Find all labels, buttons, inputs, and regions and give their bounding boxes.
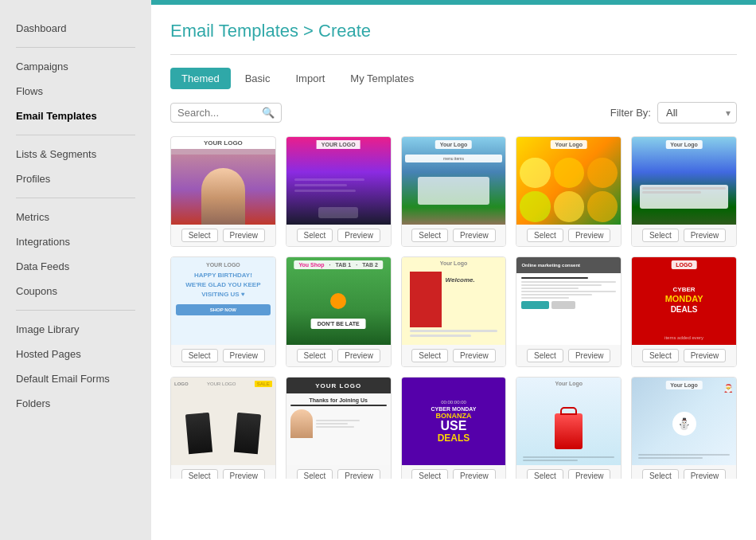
template-13-preview[interactable]: Preview	[453, 469, 496, 479]
sidebar-divider-3	[16, 198, 135, 198]
template-7-preview[interactable]: Preview	[337, 349, 380, 362]
template-card-10[interactable]: LOGO CYBER MONDAY DEALS items added ever…	[631, 256, 737, 367]
template-7-footer: Select Preview	[286, 345, 391, 366]
search-input[interactable]	[177, 107, 259, 119]
filter-select-wrapper: All Promotional Transactional Newsletter	[657, 102, 737, 123]
template-1-select[interactable]: Select	[181, 229, 218, 242]
filter-select[interactable]: All Promotional Transactional Newsletter	[657, 102, 737, 123]
sidebar-divider-1	[16, 47, 135, 48]
sidebar-item-folders[interactable]: Folders	[0, 391, 151, 416]
template-9-footer: Select Preview	[516, 345, 621, 366]
template-4-preview[interactable]: Preview	[568, 229, 611, 242]
template-4-select[interactable]: Select	[527, 229, 563, 242]
template-12-select[interactable]: Select	[297, 469, 333, 479]
template-6-footer: Select Preview	[171, 345, 275, 366]
sidebar-item-flows[interactable]: Flows	[0, 79, 151, 104]
template-8-footer: Select Preview	[402, 345, 506, 366]
template-grid: YOUR LOGO Select Preview YOUR LOGO	[170, 136, 737, 479]
template-card-12[interactable]: YOUR LOGO Thanks for Joining Us	[286, 377, 392, 479]
sidebar-item-dashboard[interactable]: Dashboard	[0, 16, 151, 41]
sidebar-item-default-email-forms[interactable]: Default Email Forms	[0, 366, 151, 391]
template-12-preview[interactable]: Preview	[337, 469, 380, 479]
template-3-select[interactable]: Select	[411, 229, 448, 242]
search-box[interactable]: 🔍	[170, 103, 282, 123]
sidebar: Dashboard Campaigns Flows Email Template…	[0, 0, 151, 540]
template-14-preview[interactable]: Preview	[568, 469, 611, 479]
tab-my-templates[interactable]: My Templates	[339, 68, 425, 89]
tab-themed[interactable]: Themed	[170, 68, 231, 89]
template-11-preview[interactable]: Preview	[223, 469, 266, 479]
template-14-select[interactable]: Select	[527, 469, 563, 479]
tab-basic[interactable]: Basic	[234, 68, 282, 89]
sidebar-item-coupons[interactable]: Coupons	[0, 279, 151, 303]
sidebar-item-hosted-pages[interactable]: Hosted Pages	[0, 342, 151, 366]
template-card-5[interactable]: Your Logo Select Preview	[631, 136, 737, 247]
template-1-footer: Select Preview	[171, 225, 275, 246]
template-5-preview[interactable]: Preview	[684, 229, 727, 242]
filter-label: Filter By:	[610, 107, 651, 119]
template-3-footer: Select Preview	[402, 225, 506, 246]
template-card-11[interactable]: LOGO YOUR LOGO SALE Select Preview	[170, 377, 276, 479]
template-6-preview[interactable]: Preview	[223, 349, 266, 362]
template-13-footer: Select Preview	[402, 465, 506, 479]
template-6-select[interactable]: Select	[181, 349, 218, 362]
template-card-3[interactable]: Your Logo menu items Select Preview	[401, 136, 507, 247]
template-card-8[interactable]: Your Logo Welcome. Select Preview	[401, 256, 507, 367]
sidebar-item-email-templates[interactable]: Email Templates	[0, 104, 151, 128]
template-10-preview[interactable]: Preview	[684, 349, 727, 362]
template-5-footer: Select Preview	[632, 225, 736, 246]
template-9-preview[interactable]: Preview	[568, 349, 611, 362]
page-title: Email Templates > Create	[170, 21, 737, 41]
template-card-2[interactable]: YOUR LOGO Select Preview	[286, 136, 392, 247]
template-10-select[interactable]: Select	[642, 349, 679, 362]
template-1-preview[interactable]: Preview	[223, 229, 266, 242]
template-7-select[interactable]: Select	[297, 349, 333, 362]
template-2-preview[interactable]: Preview	[337, 229, 380, 242]
tab-import[interactable]: Import	[285, 68, 337, 89]
template-card-9[interactable]: Online marketing consent	[516, 256, 622, 367]
tabs-row: Themed Basic Import My Templates	[170, 68, 737, 89]
template-4-footer: Select Preview	[516, 225, 621, 246]
template-9-select[interactable]: Select	[527, 349, 563, 362]
template-15-footer: Select Preview	[632, 465, 736, 479]
sidebar-divider-4	[16, 310, 135, 311]
template-card-15[interactable]: Your Logo ⛄ 🎅 Select Preview	[631, 377, 737, 479]
template-card-4[interactable]: Your Logo Select Preview	[516, 136, 622, 247]
title-divider	[170, 54, 737, 55]
sidebar-item-campaigns[interactable]: Campaigns	[0, 54, 151, 79]
template-13-select[interactable]: Select	[411, 469, 448, 479]
template-11-select[interactable]: Select	[181, 469, 218, 479]
sidebar-divider-2	[16, 135, 135, 135]
template-11-footer: Select Preview	[171, 465, 275, 479]
template-2-select[interactable]: Select	[297, 229, 333, 242]
sidebar-item-profiles[interactable]: Profiles	[0, 166, 151, 191]
main-content: Email Templates > Create Themed Basic Im…	[151, 0, 756, 540]
template-3-preview[interactable]: Preview	[453, 229, 496, 242]
template-15-select[interactable]: Select	[642, 469, 679, 479]
template-card-6[interactable]: YOUR LOGO HAPPY BIRTHDAY!WE'RE GLAD YOU …	[170, 256, 276, 367]
template-5-select[interactable]: Select	[642, 229, 679, 242]
sidebar-item-lists-segments[interactable]: Lists & Segments	[0, 142, 151, 166]
template-2-footer: Select Preview	[286, 225, 391, 246]
template-15-preview[interactable]: Preview	[684, 469, 727, 479]
template-card-7[interactable]: You Shop ·TAB 1·TAB 2 DON'T BE LATE Sele…	[286, 256, 392, 367]
template-12-footer: Select Preview	[286, 465, 391, 479]
sidebar-item-image-library[interactable]: Image Library	[0, 317, 151, 342]
search-icon: 🔍	[262, 107, 275, 119]
sidebar-item-data-feeds[interactable]: Data Feeds	[0, 254, 151, 279]
template-8-select[interactable]: Select	[411, 349, 448, 362]
content-area: Email Templates > Create Themed Basic Im…	[151, 5, 756, 540]
sidebar-item-metrics[interactable]: Metrics	[0, 205, 151, 229]
template-14-footer: Select Preview	[516, 465, 621, 479]
template-10-footer: Select Preview	[632, 345, 736, 366]
template-card-14[interactable]: Your Logo Select Preview	[516, 377, 622, 479]
template-card-1[interactable]: YOUR LOGO Select Preview	[170, 136, 276, 247]
toolbar: 🔍 Filter By: All Promotional Transaction…	[170, 102, 737, 123]
filter-row: Filter By: All Promotional Transactional…	[610, 102, 737, 123]
template-card-13[interactable]: 00:00:00:00 CYBER MONDAY BONANZA USE DEA…	[401, 377, 507, 479]
template-8-preview[interactable]: Preview	[453, 349, 496, 362]
sidebar-item-integrations[interactable]: Integrations	[0, 229, 151, 254]
